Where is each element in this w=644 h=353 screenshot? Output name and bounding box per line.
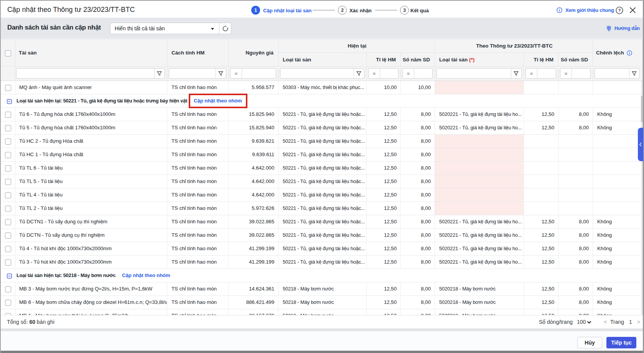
svg-text:?: ?	[618, 8, 621, 13]
